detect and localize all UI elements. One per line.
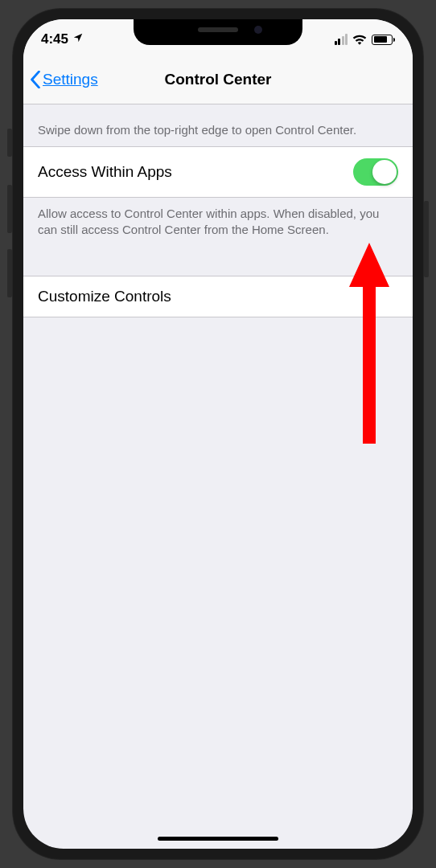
back-button[interactable]: Settings bbox=[30, 71, 98, 88]
phone-frame: 4:45 bbox=[12, 8, 424, 860]
customize-controls-row[interactable]: Customize Controls bbox=[23, 276, 413, 317]
section-footer-text: Allow access to Control Center within ap… bbox=[23, 198, 413, 255]
notch bbox=[134, 19, 302, 45]
back-label: Settings bbox=[43, 71, 98, 88]
access-within-apps-row: Access Within Apps bbox=[23, 146, 413, 198]
access-within-apps-toggle[interactable] bbox=[353, 158, 398, 186]
row-label: Access Within Apps bbox=[38, 163, 172, 181]
content-area: Swipe down from the top-right edge to op… bbox=[23, 104, 413, 317]
home-indicator[interactable] bbox=[158, 837, 278, 841]
section-header-text: Swipe down from the top-right edge to op… bbox=[23, 104, 413, 146]
cellular-signal-icon bbox=[335, 34, 348, 45]
row-label: Customize Controls bbox=[38, 288, 171, 305]
chevron-left-icon bbox=[30, 71, 41, 88]
battery-icon bbox=[372, 35, 395, 45]
page-title: Control Center bbox=[165, 71, 272, 88]
navigation-bar: Settings Control Center bbox=[23, 55, 413, 104]
screen: 4:45 bbox=[23, 19, 413, 849]
location-services-icon bbox=[72, 31, 84, 47]
wifi-icon bbox=[352, 34, 367, 45]
status-time: 4:45 bbox=[41, 31, 68, 47]
